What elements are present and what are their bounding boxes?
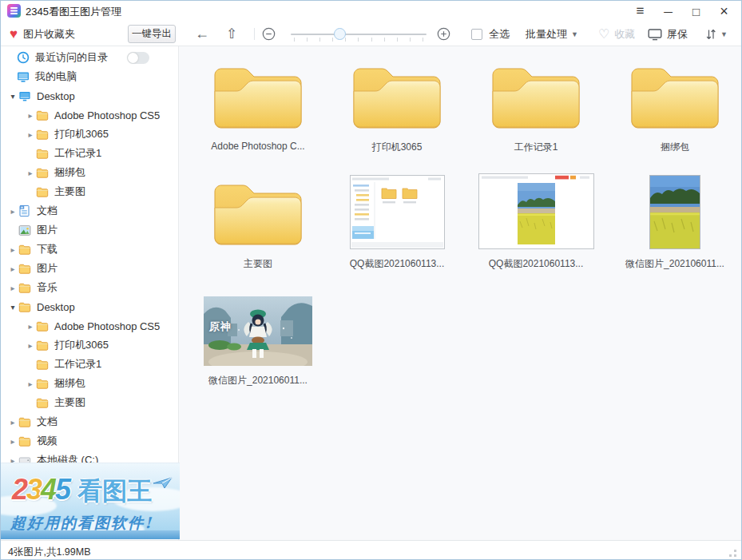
grid-item-folder-main-image[interactable]: 主要图 — [188, 169, 327, 281]
image-thumbnail[interactable] — [605, 169, 742, 249]
select-all-checkbox[interactable] — [471, 29, 482, 40]
back-icon[interactable]: ← — [195, 22, 209, 46]
tree-item-local-disk-c[interactable]: ▸本地磁盘 (C:) — [1, 451, 164, 463]
expand-arrow-icon[interactable]: ▸ — [9, 264, 17, 273]
tree-item-bundle[interactable]: ▸捆绑包 — [1, 163, 164, 182]
expand-arrow-icon[interactable]: ▸ — [9, 207, 17, 216]
tree-item-adobe-photoshop-cs5-2[interactable]: ▸Adobe Photoshop CS5 — [1, 316, 164, 336]
recent-dirs-toggle[interactable] — [127, 52, 149, 64]
tree-item-adobe-photoshop-cs5[interactable]: ▸Adobe Photoshop CS5 — [1, 105, 164, 125]
folder-tree: 最近访问的目录我的电脑▾Desktop▸Adobe Photoshop CS5▸… — [1, 48, 164, 463]
tree-item-label: 视频 — [37, 434, 58, 448]
folder-icon[interactable] — [327, 53, 466, 133]
folder-icon[interactable] — [605, 53, 742, 133]
tree-item-label: 我的电脑 — [35, 70, 77, 84]
zoom-out-icon[interactable] — [262, 22, 276, 46]
folder-icon[interactable] — [188, 53, 327, 133]
grid-item-folder-work-log-1[interactable]: 工作记录1 — [466, 53, 605, 165]
grid-item-folder-bundle[interactable]: 捆绑包 — [605, 53, 742, 165]
ad-brand-name: 看图王 — [77, 475, 152, 508]
tree-item-printer-3065[interactable]: ▸打印机3065 — [1, 125, 164, 144]
menu-icon[interactable]: ≡ — [626, 1, 654, 22]
folder-icon — [36, 320, 50, 332]
tree-item-main-image[interactable]: 主要图 — [1, 182, 164, 201]
grid-item-folder-adobe-photoshop[interactable]: Adobe Photoshop C... — [188, 53, 327, 165]
tree-item-main-image-2[interactable]: 主要图 — [1, 393, 164, 412]
maximize-icon[interactable]: □ — [682, 1, 710, 22]
slider-handle[interactable] — [334, 28, 346, 40]
grid-item-image-wechat-photo-2[interactable]: 原神微信图片_202106011... — [188, 286, 327, 398]
expand-arrow-icon[interactable]: ▸ — [9, 437, 17, 446]
folder-icon[interactable] — [466, 53, 605, 133]
tree-item-documents-folder[interactable]: ▸文档 — [1, 412, 164, 431]
tree-item-work-log-1[interactable]: 工作记录1 — [1, 144, 164, 163]
tree-item-music[interactable]: ▸音乐 — [1, 278, 164, 297]
grid-item-label: 工作记录1 — [466, 141, 605, 154]
export-button[interactable]: 一键导出 — [128, 25, 176, 43]
folder-icon[interactable] — [188, 169, 327, 249]
ad-digit: 3 — [26, 473, 41, 506]
up-level-icon[interactable]: ⇧ — [226, 22, 237, 46]
expand-arrow-icon[interactable]: ▾ — [9, 92, 17, 101]
image-thumbnail[interactable] — [327, 169, 466, 249]
expand-arrow-icon[interactable]: ▸ — [9, 456, 17, 463]
zoom-in-icon[interactable] — [437, 22, 450, 46]
favorites-button[interactable]: ♥ 图片收藏夹 — [10, 22, 75, 46]
tree-item-label: 文档 — [37, 415, 58, 429]
grid-item-image-qq-screenshot-1[interactable]: QQ截图2021060113... — [327, 169, 466, 281]
ad-banner[interactable]: 2345 看图王 超好用的看图软件! — [1, 463, 180, 539]
tree-item-label: 打印机3065 — [54, 127, 109, 141]
expand-arrow-icon[interactable]: ▸ — [26, 341, 34, 350]
tree-item-label: 捆绑包 — [54, 165, 85, 180]
expand-arrow-icon[interactable]: ▸ — [9, 284, 17, 292]
expand-arrow-icon[interactable]: ▸ — [26, 130, 34, 139]
grid-item-label: 捆绑包 — [605, 141, 742, 154]
expand-arrow-icon[interactable]: ▸ — [26, 169, 34, 177]
app-logo-icon — [7, 4, 21, 18]
select-all-label[interactable]: 全选 — [489, 22, 510, 46]
tree-item-label: 最近访问的目录 — [35, 50, 108, 65]
collect-button[interactable]: ♡ 收藏 — [598, 22, 635, 46]
expand-arrow-icon[interactable]: ▸ — [9, 245, 17, 254]
tree-item-bundle-2[interactable]: ▸捆绑包 — [1, 374, 164, 393]
zoom-slider[interactable] — [291, 22, 427, 46]
ad-digit: 5 — [55, 473, 69, 506]
tree-item-downloads[interactable]: ▸下载 — [1, 240, 164, 259]
grid-item-folder-printer-3065[interactable]: 打印机3065 — [327, 53, 466, 165]
tree-item-recent-dirs[interactable]: 最近访问的目录 — [1, 48, 164, 67]
grid-item-image-wechat-photo-1[interactable]: 微信图片_202106011... — [605, 169, 742, 281]
expand-arrow-icon[interactable]: ▸ — [26, 111, 34, 120]
expand-arrow-icon[interactable]: ▸ — [26, 322, 34, 331]
grid-item-image-qq-screenshot-2[interactable]: QQ截图2021060113... — [466, 169, 605, 281]
expand-arrow-icon[interactable]: ▾ — [9, 303, 17, 312]
slider-track[interactable] — [291, 34, 427, 35]
sort-dropdown[interactable]: ▼ — [705, 22, 728, 46]
chevron-down-icon: ▼ — [720, 30, 728, 38]
tree-item-printer-3065-2[interactable]: ▸打印机3065 — [1, 336, 164, 355]
tree-item-documents-lib[interactable]: ▸文档 — [1, 201, 164, 220]
batch-process-dropdown[interactable]: 批量处理 ▼ — [526, 22, 578, 46]
tree-item-work-log-1-2[interactable]: 工作记录1 — [1, 355, 164, 374]
tree-item-desktop[interactable]: ▾Desktop — [1, 86, 164, 105]
tree-item-label: Desktop — [37, 301, 75, 313]
tree-item-videos[interactable]: ▸视频 — [1, 431, 164, 451]
resize-grip[interactable] — [725, 547, 736, 557]
folder-icon — [36, 339, 50, 351]
folder-icon — [18, 435, 32, 447]
sidebar: 最近访问的目录我的电脑▾Desktop▸Adobe Photoshop CS5▸… — [1, 46, 178, 463]
slider-ticks — [294, 38, 423, 42]
tree-item-pictures-lib[interactable]: 图片 — [1, 220, 164, 240]
tree-item-label: Desktop — [37, 90, 75, 102]
expand-arrow-icon[interactable]: ▸ — [9, 418, 17, 427]
drive-icon — [18, 454, 32, 463]
tree-item-desktop-2[interactable]: ▾Desktop — [1, 297, 164, 316]
tree-item-my-computer[interactable]: 我的电脑 — [1, 67, 164, 86]
tree-item-pictures-folder[interactable]: ▸图片 — [1, 259, 164, 278]
close-icon[interactable]: × — [710, 1, 738, 22]
expand-arrow-icon[interactable]: ▸ — [26, 379, 34, 388]
image-thumbnail[interactable] — [466, 169, 605, 249]
picture-icon — [18, 224, 32, 236]
image-thumbnail[interactable]: 原神 — [188, 286, 327, 366]
screensaver-button[interactable]: 屏保 — [648, 22, 688, 46]
minimize-icon[interactable]: ─ — [654, 1, 682, 22]
